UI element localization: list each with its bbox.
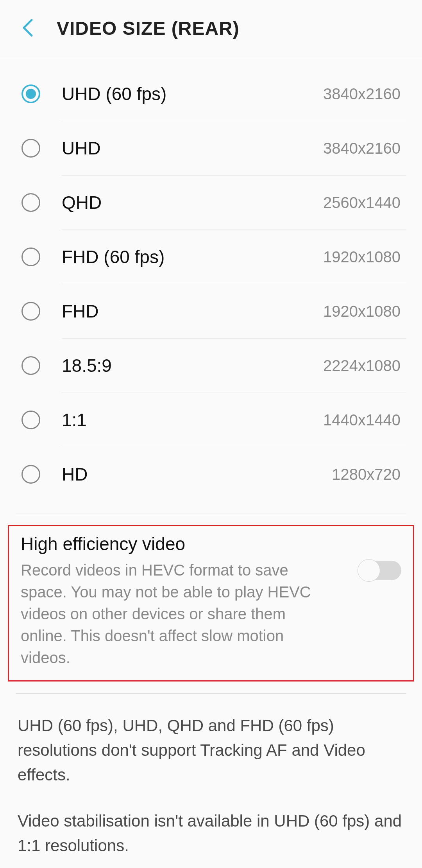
- option-resolution: 2560x1440: [323, 194, 401, 212]
- option-label: 18.5:9: [62, 355, 323, 376]
- option-resolution: 3840x2160: [323, 140, 401, 157]
- option-resolution: 1920x1080: [323, 248, 401, 266]
- option-resolution: 1280x720: [332, 466, 401, 483]
- option-uhd-60fps[interactable]: UHD (60 fps) 3840x2160: [0, 67, 422, 121]
- radio-icon: [21, 193, 40, 212]
- option-resolution: 2224x1080: [323, 357, 401, 375]
- info-tracking-af: UHD (60 fps), UHD, QHD and FHD (60 fps) …: [18, 713, 404, 787]
- option-uhd[interactable]: UHD 3840x2160: [0, 121, 422, 175]
- info-stabilisation: Video stabilisation isn't available in U…: [18, 809, 404, 858]
- option-fhd[interactable]: FHD 1920x1080: [0, 284, 422, 338]
- back-icon[interactable]: [21, 18, 33, 39]
- radio-icon: [21, 139, 40, 158]
- option-label: UHD (60 fps): [62, 83, 323, 104]
- toggle-text: High efficiency video Record videos in H…: [21, 533, 350, 669]
- radio-icon: [21, 411, 40, 429]
- separator: [16, 513, 406, 513]
- option-label: FHD (60 fps): [62, 246, 323, 267]
- page-title: VIDEO SIZE (REAR): [57, 18, 240, 39]
- radio-icon: [21, 84, 40, 103]
- video-size-options-list: UHD (60 fps) 3840x2160 UHD 3840x2160 QHD…: [0, 57, 422, 501]
- option-label: UHD: [62, 138, 323, 159]
- option-label: QHD: [62, 192, 323, 213]
- option-185-9[interactable]: 18.5:9 2224x1080: [0, 339, 422, 393]
- radio-icon: [21, 465, 40, 484]
- option-1-1[interactable]: 1:1 1440x1440: [0, 393, 422, 447]
- option-label: FHD: [62, 301, 323, 322]
- toggle-knob: [358, 559, 380, 582]
- option-resolution: 3840x2160: [323, 85, 401, 103]
- option-resolution: 1920x1080: [323, 303, 401, 320]
- high-efficiency-video-setting[interactable]: High efficiency video Record videos in H…: [8, 525, 414, 681]
- radio-icon: [21, 356, 40, 375]
- radio-icon: [21, 302, 40, 321]
- toggle-switch[interactable]: [358, 561, 401, 580]
- option-resolution: 1440x1440: [323, 411, 401, 429]
- option-qhd[interactable]: QHD 2560x1440: [0, 176, 422, 230]
- radio-icon: [21, 247, 40, 266]
- header: VIDEO SIZE (REAR): [0, 0, 422, 57]
- toggle-title: High efficiency video: [21, 533, 350, 554]
- option-hd[interactable]: HD 1280x720: [0, 447, 422, 501]
- option-label: 1:1: [62, 409, 323, 430]
- option-fhd-60fps[interactable]: FHD (60 fps) 1920x1080: [0, 230, 422, 284]
- info-section: UHD (60 fps), UHD, QHD and FHD (60 fps) …: [0, 694, 422, 858]
- option-label: HD: [62, 464, 332, 485]
- toggle-description: Record videos in HEVC format to save spa…: [21, 559, 329, 669]
